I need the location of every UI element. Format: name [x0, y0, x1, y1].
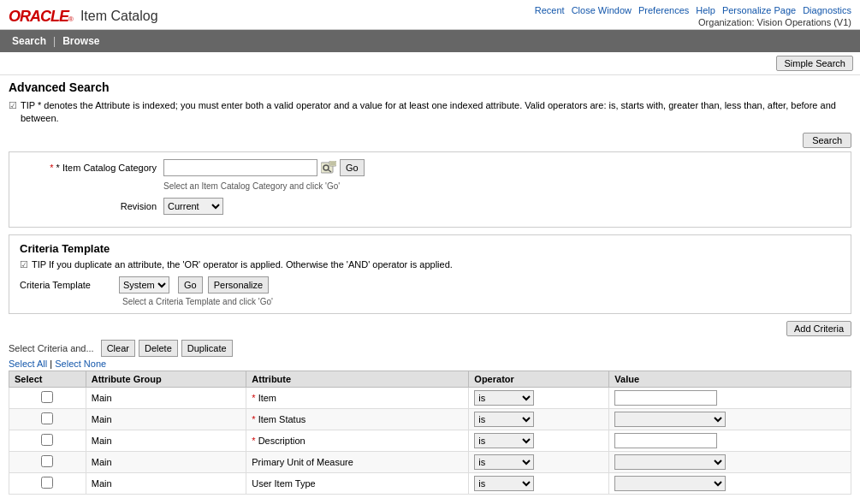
delete-button[interactable]: Delete [139, 340, 178, 357]
value-cell [609, 409, 851, 430]
diagnostics-link[interactable]: Diagnostics [803, 5, 851, 15]
criteria-hint: Select a Criteria Template and click 'Go… [122, 297, 840, 306]
attribute-group-cell: Main [86, 473, 246, 495]
value-cell [609, 430, 851, 452]
select-all-link[interactable]: Select All [9, 359, 47, 369]
criteria-tip-text: TIP If you duplicate an attribute, the '… [32, 258, 453, 271]
value-cell [609, 452, 851, 473]
logo-area: ORACLE ® Item Catalog [9, 8, 158, 26]
criteria-table: Select Attribute Group Attribute Operato… [9, 371, 851, 495]
preferences-link[interactable]: Preferences [638, 5, 689, 15]
table-header-row: Select Attribute Group Attribute Operato… [9, 371, 851, 388]
search-button[interactable]: Search [803, 133, 851, 148]
item-catalog-label: * * Item Catalog Category [20, 163, 157, 173]
lookup-icon[interactable] [321, 161, 336, 175]
row-checkbox-2[interactable] [41, 434, 53, 446]
select-links: Select All | Select None [9, 359, 851, 369]
operator-cell: isstarts withgreater thanless than [469, 409, 609, 430]
criteria-template-select[interactable]: System None [119, 276, 169, 294]
help-link[interactable]: Help [696, 5, 715, 15]
table-row: Main* Itemisstarts withgreater thanless … [9, 388, 851, 409]
personalize-button[interactable]: Personalize [208, 276, 269, 294]
advanced-search-heading: Advanced Search [9, 80, 851, 94]
personalize-page-link[interactable]: Personalize Page [722, 5, 796, 15]
table-row: Main* Descriptionisstarts withgreater th… [9, 430, 851, 452]
attribute-group-cell: Main [86, 430, 246, 452]
operator-select-0[interactable]: isstarts withgreater thanless than [474, 390, 534, 406]
header-right: Recent Close Window Preferences Help Per… [535, 5, 851, 27]
recent-link[interactable]: Recent [535, 5, 565, 15]
revision-select[interactable]: Current All Specific [163, 198, 223, 215]
attribute-cell: User Item Type [246, 473, 469, 495]
row-checkbox-1[interactable] [41, 412, 53, 424]
main-content: Advanced Search ☑ TIP * denotes the Attr… [0, 75, 860, 500]
criteria-template-label: Criteria Template [20, 280, 114, 290]
row-checkbox-0[interactable] [41, 391, 53, 403]
criteria-tip-icon: ☑ [20, 258, 28, 271]
item-catalog-label-text: * Item Catalog Category [56, 163, 157, 173]
criteria-template-heading: Criteria Template [20, 242, 840, 255]
table-row: MainPrimary Unit of Measureisstarts with… [9, 452, 851, 473]
col-attribute: Attribute [246, 371, 469, 388]
clear-button[interactable]: Clear [101, 340, 135, 357]
row-checkbox-3[interactable] [41, 455, 53, 467]
operator-select-2[interactable]: isstarts withgreater thanless than [474, 433, 534, 448]
item-catalog-input[interactable] [163, 159, 317, 176]
oracle-logo: ORACLE ® [9, 8, 74, 26]
operator-select-3[interactable]: isstarts withgreater thanless than [474, 454, 534, 470]
col-operator: Operator [469, 371, 609, 388]
criteria-go-button[interactable]: Go [178, 276, 203, 294]
value-select-4[interactable] [614, 476, 726, 491]
duplicate-button[interactable]: Duplicate [181, 340, 233, 357]
row-checkbox-4[interactable] [41, 477, 53, 489]
item-catalog-go-button[interactable]: Go [340, 159, 365, 176]
attribute-group-cell: Main [86, 388, 246, 409]
item-catalog-hint: Select an Item Catalog Category and clic… [163, 181, 840, 191]
item-catalog-row: * * Item Catalog Category Go [20, 159, 840, 176]
revision-label: Revision [20, 201, 157, 211]
browse-tab[interactable]: Browse [59, 33, 103, 49]
criteria-toolbar: Select Criteria and... Clear Delete Dupl… [9, 340, 851, 357]
col-attribute-group: Attribute Group [86, 371, 246, 388]
attribute-cell: Primary Unit of Measure [246, 452, 469, 473]
value-input-0[interactable] [614, 390, 717, 406]
nav-separator: | [53, 35, 56, 47]
oracle-wordmark: ORACLE [9, 8, 68, 26]
required-star: * [50, 163, 53, 173]
criteria-template-section: Criteria Template ☑ TIP If you duplicate… [9, 234, 851, 314]
table-row: Main* Item Statusisstarts withgreater th… [9, 409, 851, 430]
close-window-link[interactable]: Close Window [572, 5, 632, 15]
search-tab[interactable]: Search [9, 33, 50, 49]
simple-search-bar: Simple Search [0, 52, 860, 75]
operator-select-4[interactable]: isstarts withgreater thanless than [474, 476, 534, 491]
criteria-table-body: Main* Itemisstarts withgreater thanless … [9, 388, 851, 495]
operator-cell: isstarts withgreater thanless than [469, 452, 609, 473]
attribute-cell: * Description [246, 430, 469, 452]
value-select-3[interactable] [614, 454, 726, 470]
header: ORACLE ® Item Catalog Recent Close Windo… [0, 0, 860, 30]
attribute-group-cell: Main [86, 409, 246, 430]
revision-row: Revision Current All Specific [20, 198, 840, 215]
operator-select-1[interactable]: isstarts withgreater thanless than [474, 412, 534, 427]
attribute-group-cell: Main [86, 452, 246, 473]
value-cell [609, 473, 851, 495]
nav-links: Recent Close Window Preferences Help Per… [535, 5, 851, 15]
operator-cell: isstarts withgreater thanless than [469, 430, 609, 452]
select-none-link[interactable]: Select None [55, 359, 106, 369]
attribute-cell: * Item [246, 388, 469, 409]
tip-icon: ☑ [9, 99, 17, 112]
app-title: Item Catalog [80, 9, 158, 24]
add-criteria-area: Add Criteria [9, 321, 851, 336]
value-input-2[interactable] [614, 433, 717, 448]
criteria-template-row: Criteria Template System None Go Persona… [20, 276, 840, 294]
search-button-area: Search [9, 133, 851, 148]
add-criteria-button[interactable]: Add Criteria [786, 321, 851, 336]
top-navigation: Search | Browse [0, 30, 860, 52]
tip-box: ☑ TIP * denotes the Attribute is indexed… [9, 99, 851, 126]
value-select-1[interactable] [614, 412, 726, 427]
simple-search-button[interactable]: Simple Search [776, 56, 853, 71]
table-row: MainUser Item Typeisstarts withgreater t… [9, 473, 851, 495]
tip-text: TIP * denotes the Attribute is indexed; … [21, 99, 851, 126]
col-value: Value [609, 371, 851, 388]
operator-cell: isstarts withgreater thanless than [469, 473, 609, 495]
